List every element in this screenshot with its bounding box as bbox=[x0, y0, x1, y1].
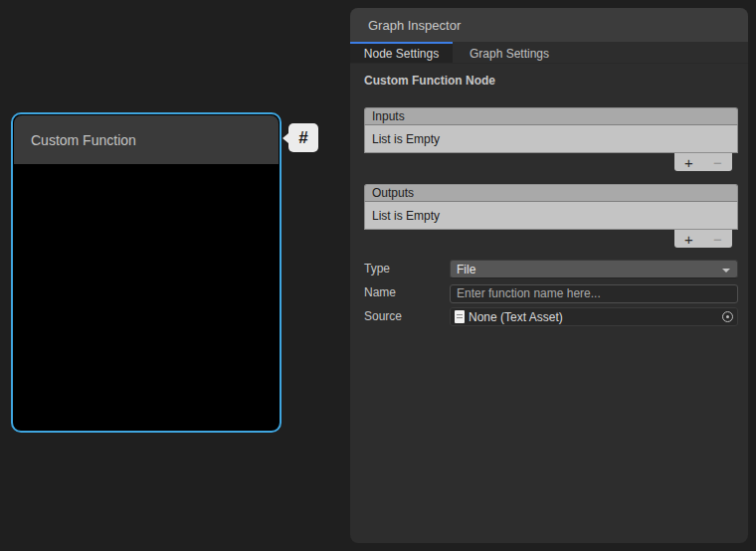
section-title: Custom Function Node bbox=[364, 74, 495, 88]
tab-graph-settings[interactable]: Graph Settings bbox=[453, 42, 566, 63]
inputs-list-title: Inputs bbox=[372, 109, 405, 123]
tab-node-settings[interactable]: Node Settings bbox=[350, 42, 453, 63]
type-dropdown-value: File bbox=[457, 263, 475, 276]
custom-function-node[interactable]: Custom Function bbox=[11, 112, 282, 433]
graph-inspector-panel: Graph Inspector Node Settings Graph Sett… bbox=[350, 8, 748, 543]
hash-icon: # bbox=[298, 128, 307, 148]
object-picker-icon[interactable] bbox=[722, 311, 733, 322]
panel-title: Graph Inspector bbox=[368, 18, 461, 33]
inputs-list: Inputs List is Empty + − bbox=[364, 107, 738, 172]
node-title: Custom Function bbox=[31, 132, 136, 148]
type-row: Type File bbox=[364, 260, 738, 278]
node-title-bar[interactable]: Custom Function bbox=[14, 115, 279, 164]
outputs-list-title: Outputs bbox=[372, 186, 414, 200]
inputs-remove-button[interactable]: − bbox=[709, 155, 726, 170]
type-dropdown[interactable]: File bbox=[450, 260, 738, 278]
source-row: Source None (Text Asset) bbox=[364, 307, 738, 326]
source-object-value: None (Text Asset) bbox=[469, 310, 563, 324]
source-object-field[interactable]: None (Text Asset) bbox=[450, 307, 738, 326]
name-label: Name bbox=[364, 285, 396, 299]
outputs-add-button[interactable]: + bbox=[680, 232, 697, 247]
inputs-list-header[interactable]: Inputs bbox=[364, 107, 738, 125]
node-preview-body bbox=[14, 165, 279, 430]
chevron-down-icon bbox=[722, 269, 730, 273]
inputs-list-empty-row: List is Empty bbox=[364, 125, 738, 153]
panel-header[interactable]: Graph Inspector bbox=[350, 8, 748, 42]
outputs-empty-text: List is Empty bbox=[372, 209, 440, 223]
text-asset-icon bbox=[455, 310, 465, 323]
name-row: Name bbox=[364, 283, 738, 302]
source-label: Source bbox=[364, 309, 402, 323]
outputs-list: Outputs List is Empty + − bbox=[364, 184, 738, 249]
outputs-list-footer: + − bbox=[364, 230, 738, 249]
outputs-list-empty-row: List is Empty bbox=[364, 202, 738, 230]
tab-bar: Node Settings Graph Settings bbox=[350, 42, 748, 64]
outputs-list-header[interactable]: Outputs bbox=[364, 184, 738, 202]
inputs-add-button[interactable]: + bbox=[680, 155, 697, 170]
outputs-remove-button[interactable]: − bbox=[709, 232, 726, 247]
function-name-input[interactable] bbox=[450, 284, 738, 303]
inputs-empty-text: List is Empty bbox=[372, 132, 440, 146]
type-label: Type bbox=[364, 262, 390, 276]
node-hash-badge[interactable]: # bbox=[288, 123, 318, 152]
inputs-list-footer: + − bbox=[364, 153, 738, 172]
